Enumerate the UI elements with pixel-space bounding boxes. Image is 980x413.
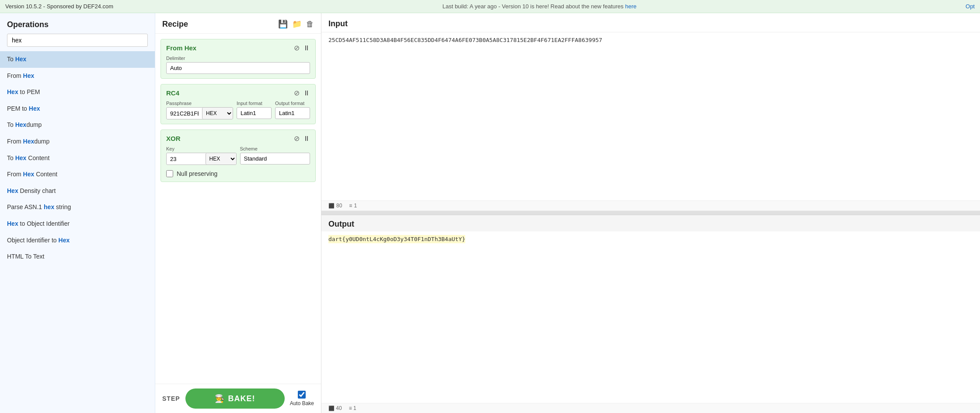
sidebar-item-from-hexdump[interactable]: From Hexdump [0, 133, 155, 150]
sidebar-item-pem-to-hex[interactable]: PEM to Hex [0, 101, 155, 117]
sidebar-item-pem-hex-bold: Hex [29, 105, 40, 112]
step-button[interactable]: STEP [162, 395, 180, 402]
auto-bake-container: Auto Bake [290, 391, 314, 406]
op-from-hex-disable-icon[interactable]: ⊘ [294, 44, 300, 52]
banner-center-text: Last build: A year ago - Version 10 is h… [443, 3, 637, 10]
sidebar-item-hex-to-oid-bold: Hex [7, 220, 18, 227]
sidebar-item-to-hex-content[interactable]: To Hex Content [0, 150, 155, 167]
sidebar-item-html-to-text[interactable]: HTML To Text [0, 248, 155, 265]
recipe-header-icons: 💾 📁 🗑 [278, 19, 314, 29]
recipe-panel: Recipe 💾 📁 🗑 From Hex ⊘ ⏸ D [155, 13, 321, 413]
sidebar-item-to-hex-content-bold: Hex [15, 154, 27, 161]
null-preserving-checkbox[interactable] [166, 170, 173, 177]
input-line-count: ≡ 1 [349, 203, 357, 209]
null-preserving-container: Null preserving [166, 170, 310, 177]
rc4-fields: Passphrase HEX UTF8 Latin1 Base64 [166, 101, 310, 119]
sidebar-item-to-hexdump[interactable]: To Hexdump [0, 117, 155, 133]
delimiter-label: Delimiter [166, 56, 310, 61]
sidebar-item-hex-density-bold: Hex [7, 187, 18, 194]
sidebar-item-hex-to-pem[interactable]: Hex to PEM [0, 84, 155, 101]
sidebar: Operations To Hex From Hex Hex to PEM PE… [0, 13, 155, 413]
scheme-label: Scheme [240, 146, 310, 151]
output-format-input[interactable] [275, 107, 310, 119]
op-block-xor-title: XOR [166, 135, 181, 142]
output-line-count: ≡ 1 [349, 405, 356, 411]
search-input[interactable] [7, 34, 148, 47]
input-format-input[interactable] [237, 107, 272, 119]
key-format-select[interactable]: HEX UTF8 Latin1 Base64 [206, 153, 236, 164]
null-preserving-label: Null preserving [177, 170, 217, 177]
output-stats: ⬛ 40 ≡ 1 [321, 403, 980, 413]
banner-version-text: Version 10.5.2 - Sponsored by DEF24.com [5, 3, 113, 10]
main-layout: Operations To Hex From Hex Hex to PEM PE… [0, 13, 980, 413]
output-chars: 40 [336, 405, 342, 411]
output-line-count-icon: ≡ [349, 405, 352, 411]
output-char-count-icon: ⬛ [328, 406, 335, 411]
banner-right-text[interactable]: Opt [966, 3, 975, 10]
recipe-bottom: STEP 👨‍🍳 BAKE! Auto Bake [155, 384, 321, 413]
input-header: Input [321, 13, 980, 32]
save-icon[interactable]: 💾 [278, 19, 288, 29]
folder-icon[interactable]: 📁 [292, 19, 302, 29]
sidebar-item-hex-to-oid[interactable]: Hex to Object Identifier [0, 216, 155, 232]
passphrase-format-select[interactable]: HEX UTF8 Latin1 Base64 [202, 108, 233, 119]
scheme-input[interactable] [240, 153, 310, 164]
op-block-xor-controls: ⊘ ⏸ [294, 134, 310, 143]
io-divider[interactable] [321, 211, 980, 214]
op-rc4-disable-icon[interactable]: ⊘ [294, 89, 300, 97]
sidebar-item-hex-density[interactable]: Hex Density chart [0, 183, 155, 200]
op-block-rc4: RC4 ⊘ ⏸ Passphrase HEX UTF8 [160, 84, 316, 124]
top-banner: Version 10.5.2 - Sponsored by DEF24.com … [0, 0, 980, 13]
sidebar-item-from-hex[interactable]: From Hex [0, 68, 155, 84]
scheme-field: Scheme [240, 146, 310, 165]
op-block-rc4-controls: ⊘ ⏸ [294, 89, 310, 97]
output-char-count: ⬛ 40 [328, 405, 342, 411]
sidebar-item-from-hex-content[interactable]: From Hex Content [0, 166, 155, 183]
passphrase-input[interactable] [167, 108, 202, 119]
bake-chef-icon: 👨‍🍳 [215, 394, 225, 403]
op-rc4-pause-icon[interactable]: ⏸ [303, 89, 310, 97]
input-chars: 80 [336, 203, 342, 209]
banner-link[interactable]: here [625, 3, 636, 10]
passphrase-field: Passphrase HEX UTF8 Latin1 Base64 [166, 101, 233, 119]
banner-left: Version 10.5.2 - Sponsored by DEF24.com [5, 3, 113, 10]
recipe-content: From Hex ⊘ ⏸ Delimiter RC4 [155, 34, 321, 384]
line-count-icon: ≡ [349, 203, 352, 209]
output-format-field: Output format [275, 101, 310, 119]
right-panel: Input 25CD54AF511C58D3A84B4F56EC835DD4F6… [321, 13, 980, 413]
sidebar-item-parse-asn1-bold: hex [44, 203, 54, 210]
auto-bake-checkbox[interactable] [298, 391, 306, 399]
key-with-dropdown: HEX UTF8 Latin1 Base64 [166, 153, 237, 165]
sidebar-item-parse-asn1[interactable]: Parse ASN.1 hex string [0, 199, 155, 216]
sidebar-item-to-hex[interactable]: To Hex [0, 51, 155, 68]
trash-icon[interactable]: 🗑 [306, 20, 314, 29]
output-format-label: Output format [275, 101, 310, 106]
input-char-count: ⬛ 80 [328, 203, 342, 209]
output-content[interactable]: dart{y0UD0ntL4cKg0oD3y34T0F1nDTh3B4aUtY} [321, 231, 980, 403]
char-count-icon: ⬛ [328, 203, 335, 209]
banner-right[interactable]: Opt [966, 3, 975, 10]
passphrase-with-dropdown: HEX UTF8 Latin1 Base64 [166, 107, 233, 119]
sidebar-title: Operations [0, 13, 155, 34]
op-xor-pause-icon[interactable]: ⏸ [303, 135, 310, 143]
sidebar-item-oid-to-hex[interactable]: Object Identifier to Hex [0, 232, 155, 249]
input-format-field: Input format [237, 101, 272, 119]
recipe-header: Recipe 💾 📁 🗑 [155, 13, 321, 34]
input-section: Input 25CD54AF511C58D3A84B4F56EC835DD4F6… [321, 13, 980, 211]
key-field: Key HEX UTF8 Latin1 Base64 [166, 146, 237, 165]
search-container [0, 34, 155, 51]
key-input[interactable] [167, 154, 206, 164]
op-block-from-hex-title: From Hex [166, 44, 196, 52]
sidebar-item-from-hex-content-bold: Hex [23, 171, 35, 178]
op-xor-disable-icon[interactable]: ⊘ [294, 134, 300, 143]
input-format-label: Input format [237, 101, 272, 106]
auto-bake-label: Auto Bake [290, 400, 314, 406]
op-block-xor-header: XOR ⊘ ⏸ [166, 134, 310, 143]
key-label: Key [166, 146, 237, 151]
delimiter-input[interactable] [166, 62, 310, 74]
op-from-hex-pause-icon[interactable]: ⏸ [303, 44, 310, 52]
input-lines: 1 [354, 203, 357, 209]
input-content[interactable]: 25CD54AF511C58D3A84B4F56EC835DD4F6474A6F… [321, 32, 980, 200]
input-value: 25CD54AF511C58D3A84B4F56EC835DD4F6474A6F… [328, 37, 602, 43]
bake-button[interactable]: 👨‍🍳 BAKE! [185, 388, 285, 409]
